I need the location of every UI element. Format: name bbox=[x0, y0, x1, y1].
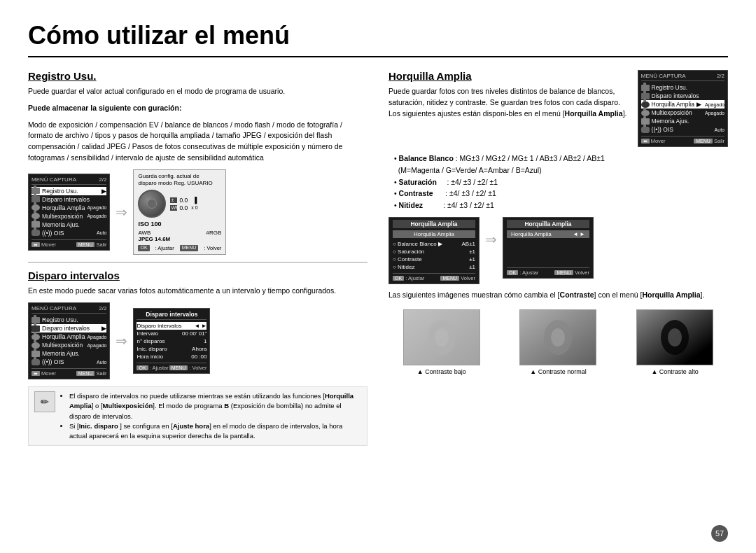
interval-row-5[interactable]: Hora inicio 00 :00 bbox=[136, 353, 206, 360]
page-number: 57 bbox=[711, 525, 728, 542]
disparo-header-page: 2/2 bbox=[99, 305, 106, 312]
rh-menu-item-disparo[interactable]: Disparo intervalos bbox=[641, 92, 724, 100]
interval-label-1: Disparo intervalos bbox=[136, 323, 181, 329]
contrast-image-high bbox=[636, 309, 713, 365]
disparo-header-label: MENÚ CAPTURA bbox=[31, 305, 76, 312]
horq-value2: Apagado bbox=[87, 335, 106, 340]
menu-item-horq2[interactable]: Horquilla Amplia Apagado bbox=[31, 332, 106, 341]
rh-menu-item-horq[interactable]: Horquilla Amplia ▶ Apagado bbox=[641, 100, 724, 108]
menu-item-value: Apagado bbox=[87, 205, 106, 210]
menu-item-multi2[interactable]: Multiexposición Apagado bbox=[31, 341, 106, 349]
horq-subheader: Horquilla Amplia bbox=[393, 230, 475, 238]
nav-move: ⬌ Mover bbox=[31, 241, 56, 248]
interval-row-4[interactable]: Inic. disparo Ahora bbox=[136, 345, 206, 353]
menu-item-ois[interactable]: ((•)) OIS Auto bbox=[31, 229, 106, 237]
menu-item-memoria2[interactable]: Memoria Ajus. bbox=[31, 349, 106, 358]
contrast-image-normal bbox=[519, 309, 596, 365]
rh-menu-item-ois[interactable]: ((•)) OIS Auto bbox=[641, 125, 724, 134]
section-horquilla-title: Horquilla Amplia bbox=[388, 70, 631, 82]
registro-bold-label: Puede almacenar la siguiente con guració… bbox=[28, 104, 181, 112]
rh-menu-item-mem[interactable]: Memoria Ajus. bbox=[641, 117, 724, 125]
menu-item-label: ((•)) OIS bbox=[42, 358, 64, 365]
horquilla-icon bbox=[31, 204, 40, 211]
left-column: Registro Usu. Puede guardar el valor act… bbox=[28, 70, 368, 446]
horq-spacer bbox=[507, 240, 589, 265]
bullet-sat: • Saturación : ±4/ ±3 / ±2/ ±1 bbox=[394, 176, 728, 188]
ok-label: : Ajustar bbox=[155, 245, 174, 251]
interval-arrows: ◄ ► bbox=[194, 323, 206, 329]
nav-btn: ⬌ bbox=[31, 242, 40, 247]
menu-item-horquilla[interactable]: Horquilla Amplia Apagado bbox=[31, 204, 106, 212]
contrast-box-normal: ▲ Contraste normal bbox=[519, 309, 596, 375]
memoria-icon bbox=[31, 221, 40, 227]
horq-item-nit[interactable]: ○ Nitidez ±1 bbox=[393, 263, 475, 271]
contrast-svg-normal bbox=[520, 310, 596, 365]
horq-nav-2: OK : Ajustar MENU Volver bbox=[507, 267, 589, 276]
menu-item-value: Auto bbox=[97, 230, 106, 235]
horq-box-2: Horquilla Amplia Horquilla Amplia ◄ ► OK… bbox=[503, 217, 594, 279]
registro-menu-row: MENÚ CAPTURA 2/2 Registro Usu. ▶ Disparo… bbox=[28, 169, 368, 255]
rh-multi-value: Apagado bbox=[705, 111, 724, 115]
section-disparo-body: En este modo puede sacar varias fotos au… bbox=[28, 286, 368, 297]
menu-item-multi[interactable]: Multiexposición Apagado bbox=[31, 212, 106, 220]
contrast-caption-low: ▲ Contraste bajo bbox=[403, 368, 480, 375]
menu-item-registro2[interactable]: Registro Usu. bbox=[31, 316, 106, 324]
interval-header: Disparo intervalos bbox=[136, 311, 206, 320]
menu-item-disparo[interactable]: Disparo intervalos bbox=[31, 195, 106, 204]
rh-menu-item-registro[interactable]: Registro Usu. bbox=[641, 83, 724, 92]
ok-btn-horq2[interactable]: OK bbox=[507, 270, 518, 275]
wb-icon: WB bbox=[170, 205, 177, 211]
horq-menu: MENU Volver bbox=[440, 275, 475, 281]
menu-item-ois2[interactable]: ((•)) OIS Auto bbox=[31, 358, 106, 366]
menu-btn-horq2[interactable]: MENU bbox=[554, 270, 573, 275]
horq-nav-1: OK : Ajustar MENU Volver bbox=[393, 273, 475, 281]
contrast-box-low: ▲ Contraste bajo bbox=[403, 309, 480, 375]
mmode-params: ± 0.0 ▐ WB 0.0 x 0 bbox=[170, 196, 197, 212]
ok-btn-interval[interactable]: OK bbox=[136, 365, 148, 370]
contrast-row: ▲ Contraste bajo bbox=[388, 309, 728, 375]
menu-item-label: Registro Usu. bbox=[42, 188, 78, 195]
interval-label-2: Intervalo bbox=[136, 330, 158, 337]
camera-icon bbox=[31, 188, 40, 194]
interval-row-3[interactable]: n° disparos 1 bbox=[136, 337, 206, 345]
horq-item-cont[interactable]: ○ Contraste ±1 bbox=[393, 255, 475, 263]
contrast-box-high: ▲ Contraste alto bbox=[636, 309, 713, 375]
horq-item-bb[interactable]: ○ Balance Blanco ▶ AB±1 bbox=[393, 240, 475, 248]
interval-ok: OK : Ajustar bbox=[136, 365, 168, 371]
horq-item-nit-label: ○ Nitidez bbox=[393, 264, 415, 270]
menu-btn-horq[interactable]: MENU bbox=[440, 276, 459, 281]
menu-item-memoria[interactable]: Memoria Ajus. bbox=[31, 220, 106, 229]
horq-icon2 bbox=[31, 334, 40, 340]
menu-btn-interval[interactable]: MENU bbox=[169, 365, 188, 370]
menu-nav: ⬌ Mover MENU Salir bbox=[31, 239, 106, 248]
interval-row-2[interactable]: Intervalo 00 00' 01" bbox=[136, 330, 206, 337]
rh-ois-icon bbox=[641, 127, 650, 133]
avb-value: AWB bbox=[138, 230, 150, 236]
note-bullet-2: Si [Inic. disparo ] se configura en [Aju… bbox=[69, 421, 361, 442]
note-bullet-1: El disparo de intervalos no puede utiliz… bbox=[69, 391, 361, 421]
menu-item-label: ((•)) OIS bbox=[42, 230, 64, 237]
interval-label-3: n° disparos bbox=[136, 338, 164, 344]
menu-item-arrow: ▶ bbox=[102, 188, 106, 195]
svg-point-8 bbox=[668, 328, 682, 346]
page-title: Cómo utilizar el menú bbox=[28, 21, 728, 57]
menu-button-label[interactable]: MENU bbox=[180, 245, 199, 251]
section-registro: Registro Usu. Puede guardar el valor act… bbox=[28, 70, 368, 255]
rh-menu-item-multi[interactable]: Multiexposición Apagado bbox=[641, 108, 724, 117]
interval-value-4: Ahora bbox=[192, 346, 206, 352]
ok-button-label[interactable]: OK bbox=[138, 245, 149, 251]
svg-point-5 bbox=[551, 328, 565, 346]
menu-item-value: Apagado bbox=[87, 214, 106, 218]
rh-nav-move: ⬌ Mover bbox=[641, 138, 666, 144]
interval-row-1[interactable]: Disparo intervalos ◄ ► bbox=[136, 322, 206, 330]
ok-btn-horq[interactable]: OK bbox=[393, 276, 404, 281]
menu-item-disparo2[interactable]: Disparo intervalos ▶ bbox=[31, 324, 106, 332]
horq-item-sat[interactable]: ○ Saturación ±1 bbox=[393, 248, 475, 255]
menu-item-registro[interactable]: Registro Usu. ▶ bbox=[31, 187, 106, 195]
menu-item-label: Registro Usu. bbox=[42, 316, 78, 323]
menu-label: : Volver bbox=[204, 245, 221, 251]
horq-item-cont-label: ○ Contraste bbox=[393, 256, 422, 262]
menu-item-label: Disparo intervalos bbox=[652, 92, 699, 99]
mmode-main: ± 0.0 ▐ WB 0.0 x 0 bbox=[138, 190, 221, 218]
timer-icon2 bbox=[31, 326, 40, 332]
